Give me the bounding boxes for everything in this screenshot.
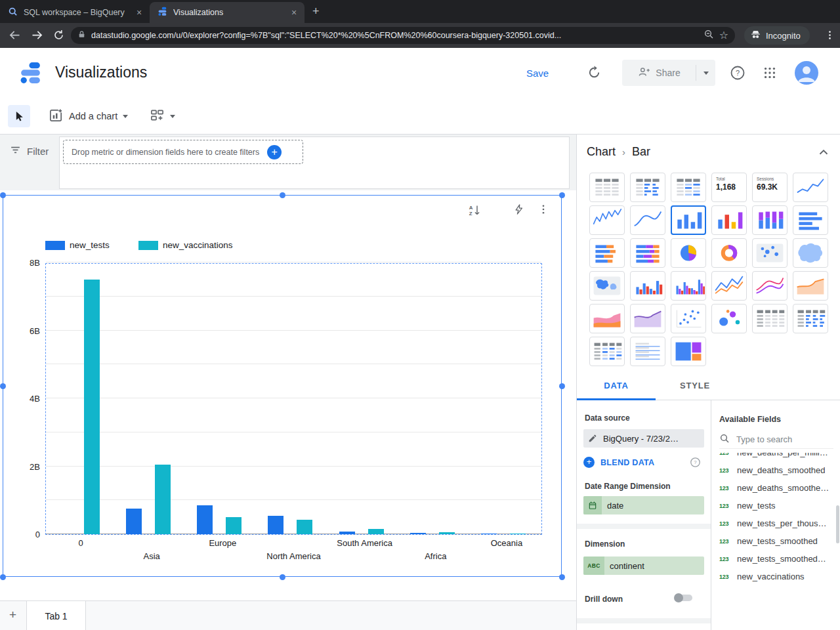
field-item-new_deaths_smoothed[interactable]: 123new_deaths_smoothed	[711, 461, 840, 479]
chart-type-pivot[interactable]	[752, 304, 788, 333]
tab-data[interactable]: DATA	[577, 371, 656, 400]
browser-tab-bigquery[interactable]: SQL workspace – BigQuery ×	[0, 2, 150, 23]
field-item-new_tests_smoothed[interactable]: 123new_tests_smoothed…	[711, 550, 840, 568]
new_vaccinations-bar-South America[interactable]	[368, 529, 384, 534]
field-item-new_tests_per_thous[interactable]: 123new_tests_per_thous…	[711, 514, 840, 532]
share-button[interactable]: Share	[622, 66, 696, 81]
date-range-chip[interactable]: date	[583, 496, 704, 514]
new_tests-bar-South America[interactable]	[339, 532, 355, 534]
new_vaccinations-bar-Asia[interactable]	[155, 465, 171, 534]
chart-type-column-colored[interactable]	[711, 205, 747, 235]
chart-menu-icon[interactable]	[537, 203, 549, 218]
chart-type-bubble[interactable]	[711, 304, 747, 333]
chart-type-table[interactable]	[589, 173, 625, 202]
resize-handle[interactable]	[559, 383, 565, 389]
chart-type-scatter[interactable]	[671, 304, 706, 333]
chart-type-sparkline[interactable]	[793, 173, 828, 202]
resize-handle[interactable]	[0, 192, 6, 198]
chart-type-scorecard-total[interactable]: Total1,168	[711, 173, 747, 202]
save-button[interactable]: Save	[526, 68, 549, 79]
field-item-new_deaths_per_milli[interactable]: 123new_deaths_per_milli…	[711, 453, 840, 461]
chart-type-pivot-bars[interactable]	[793, 304, 828, 333]
bar-chart[interactable]: AZ 0AsiaEuropeNorth AmericaSouth America…	[3, 195, 562, 577]
pencil-icon[interactable]	[583, 429, 602, 448]
close-icon[interactable]: ×	[134, 7, 144, 18]
select-tool-button[interactable]	[8, 105, 30, 127]
tab-style[interactable]: STYLE	[656, 371, 734, 400]
blend-help-icon[interactable]: ?	[690, 457, 701, 471]
chart-type-timeseries[interactable]	[589, 205, 625, 235]
chart-type-pivot-heatmap[interactable]	[589, 337, 625, 366]
resize-handle[interactable]	[559, 192, 565, 198]
chart-type-stacked-column[interactable]	[752, 205, 788, 235]
filter-drop-zone[interactable]: Drop metric or dimension fields here to …	[63, 140, 303, 164]
zoom-icon[interactable]	[704, 29, 714, 42]
close-icon[interactable]: ×	[289, 7, 299, 18]
legend-item-new_tests[interactable]: new_tests	[45, 240, 110, 250]
resize-handle[interactable]	[280, 574, 285, 580]
field-item-new_tests_smoothed[interactable]: 123new_tests_smoothed	[711, 532, 840, 550]
chart-type-table-lines[interactable]	[630, 337, 665, 366]
chart-type-stacked-bar-100[interactable]	[630, 238, 665, 268]
add-filter-icon[interactable]: +	[267, 145, 282, 159]
new_vaccinations-bar-North America[interactable]	[297, 520, 312, 534]
chart-type-column[interactable]	[671, 205, 706, 235]
sort-az-icon[interactable]: AZ	[468, 203, 482, 220]
new-tab-button[interactable]: +	[312, 5, 320, 18]
help-icon[interactable]: ?	[730, 65, 746, 83]
dimension-chip[interactable]: ABC continent	[583, 556, 704, 575]
reload-icon[interactable]	[52, 29, 65, 44]
sheet-tab[interactable]: Tab 1	[26, 601, 86, 630]
scrollbar[interactable]	[836, 505, 839, 543]
chart-type-scorecard-sessions[interactable]: Sessions69.3K	[752, 173, 788, 202]
new_vaccinations-bar-Africa[interactable]	[439, 532, 455, 534]
chart-type-stacked-bar[interactable]	[589, 238, 625, 268]
chart-type-bar[interactable]	[793, 205, 828, 235]
chart-type-area-line[interactable]	[630, 304, 665, 333]
avatar[interactable]	[795, 61, 818, 85]
new_tests-bar-Oceania[interactable]	[481, 534, 497, 534]
chart-type-world-map[interactable]	[589, 271, 625, 301]
browser-menu-icon[interactable]	[824, 30, 835, 43]
chart-type-combo-colored[interactable]	[671, 271, 706, 301]
chart-type-geo-map[interactable]	[793, 238, 828, 268]
chart-type-smooth-line[interactable]	[630, 205, 665, 235]
data-source-chip[interactable]: BigQuery - 7/23/2…	[583, 429, 704, 448]
apps-grid-icon[interactable]	[763, 66, 777, 83]
field-item-new_vaccinations[interactable]: 123new_vaccinations	[711, 568, 840, 585]
legend-item-new_vaccinations[interactable]: new_vaccinations	[138, 240, 233, 250]
add-chart-button[interactable]: Add a chart	[43, 105, 133, 127]
field-item-new_deaths_smoothe[interactable]: 123new_deaths_smoothe…	[711, 479, 840, 497]
back-icon[interactable]	[8, 28, 22, 45]
new_tests-bar-Europe[interactable]	[197, 505, 213, 534]
field-search-input[interactable]: Type to search	[719, 430, 833, 449]
new_tests-bar-Africa[interactable]	[410, 533, 426, 534]
chart-type-smooth-multi[interactable]	[752, 271, 788, 301]
address-bar[interactable]: datastudio.google.com/u/0/explorer?confi…	[71, 27, 735, 44]
new_vaccinations-bar-Oceania[interactable]	[510, 534, 526, 534]
browser-tab-visual[interactable]: Visualizations ×	[150, 2, 304, 23]
share-dropdown-button[interactable]	[696, 72, 715, 75]
bookmark-star-icon[interactable]: ☆	[719, 30, 728, 41]
new_vaccinations-bar-0[interactable]	[84, 280, 100, 534]
chart-type-donut[interactable]	[711, 238, 747, 268]
chart-type-stacked-area[interactable]	[589, 304, 625, 333]
chart-type-table-bars[interactable]	[630, 173, 665, 202]
chart-type-table-heatmap[interactable]	[671, 173, 706, 202]
datastudio-logo[interactable]	[18, 61, 43, 88]
blend-data-button[interactable]: + BLEND DATA	[583, 457, 654, 468]
quick-actions-icon[interactable]	[513, 203, 525, 218]
resize-handle[interactable]	[0, 574, 6, 580]
field-item-new_tests[interactable]: 123new_tests	[711, 497, 840, 514]
new_tests-bar-North America[interactable]	[268, 516, 284, 534]
drill-down-toggle[interactable]	[674, 593, 694, 602]
chart-type-treemap[interactable]	[671, 337, 706, 366]
new_tests-bar-Asia[interactable]	[126, 509, 142, 534]
refresh-icon[interactable]	[587, 65, 602, 83]
add-control-button[interactable]	[144, 105, 180, 127]
resize-handle[interactable]	[0, 383, 6, 389]
chart-type-bubble-map[interactable]	[752, 238, 788, 268]
resize-handle[interactable]	[280, 192, 285, 198]
chart-type-line-multi[interactable]	[711, 271, 747, 301]
chart-type-area[interactable]	[793, 271, 828, 301]
